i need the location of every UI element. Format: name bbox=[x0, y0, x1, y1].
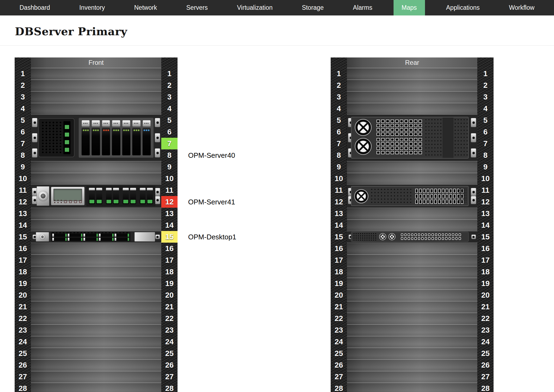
drive[interactable] bbox=[52, 234, 67, 237]
nav-item-workflow[interactable]: Workflow bbox=[501, 0, 543, 15]
nav-item-storage[interactable]: Storage bbox=[294, 0, 332, 15]
rack-slot bbox=[347, 313, 477, 324]
port bbox=[427, 194, 429, 198]
port bbox=[418, 138, 422, 141]
unit-number: 26 bbox=[334, 361, 343, 369]
blade-server[interactable] bbox=[82, 120, 90, 155]
port bbox=[404, 133, 408, 136]
power-knob[interactable] bbox=[40, 234, 46, 240]
nav-item-servers[interactable]: Servers bbox=[178, 0, 216, 15]
unit-number-cell: 2 bbox=[15, 79, 31, 91]
port bbox=[453, 194, 456, 198]
port bbox=[376, 142, 380, 146]
drive[interactable] bbox=[115, 238, 129, 241]
rack-slot bbox=[347, 301, 477, 313]
unit-number: 9 bbox=[483, 163, 488, 171]
blade-server[interactable] bbox=[102, 120, 110, 155]
unit-number: 5 bbox=[21, 116, 25, 125]
drive[interactable] bbox=[106, 188, 112, 204]
port bbox=[418, 142, 422, 146]
device-opm-server40-front[interactable] bbox=[31, 115, 161, 161]
device-opm-server41-rear[interactable] bbox=[347, 185, 477, 207]
blade-server[interactable] bbox=[132, 120, 140, 155]
unit-number: 4 bbox=[337, 104, 341, 113]
drive[interactable] bbox=[83, 234, 98, 237]
nav-item-maps[interactable]: Maps bbox=[394, 0, 425, 15]
unit-number-cell: 21 bbox=[161, 301, 178, 313]
blade-server[interactable] bbox=[143, 120, 151, 155]
blade-body bbox=[112, 128, 120, 155]
blade-led bbox=[108, 130, 109, 131]
drive[interactable] bbox=[147, 188, 153, 204]
drive[interactable] bbox=[123, 188, 129, 204]
device-label[interactable]: OPM-Server41 bbox=[188, 198, 269, 206]
nav-item-dashboard[interactable]: Dashboard bbox=[11, 0, 58, 15]
drive[interactable] bbox=[130, 188, 136, 204]
drive-led bbox=[97, 200, 102, 203]
drive[interactable] bbox=[68, 238, 82, 241]
drive[interactable] bbox=[99, 238, 113, 241]
port bbox=[381, 138, 385, 141]
nav-item-inventory[interactable]: Inventory bbox=[71, 0, 113, 15]
unit-number: 3 bbox=[337, 93, 341, 101]
port bbox=[445, 237, 447, 240]
lcd-button[interactable] bbox=[79, 200, 82, 203]
blade-server[interactable] bbox=[122, 120, 130, 155]
unit-number-cell: 1 bbox=[15, 68, 31, 79]
device-opm-desktop1-front[interactable] bbox=[31, 231, 161, 242]
port bbox=[419, 200, 422, 204]
title-divider bbox=[0, 45, 554, 46]
mount-ear bbox=[155, 188, 160, 196]
unit-number-cell: 6 bbox=[331, 126, 347, 138]
port bbox=[376, 151, 380, 154]
nav-item-virtualization[interactable]: Virtualization bbox=[229, 0, 281, 15]
rack-slot bbox=[31, 161, 161, 173]
port bbox=[414, 120, 417, 123]
drive[interactable] bbox=[99, 234, 113, 237]
drive[interactable] bbox=[113, 188, 119, 204]
power-knob[interactable] bbox=[38, 191, 49, 201]
rack-slot bbox=[347, 103, 477, 114]
mount-ear bbox=[32, 118, 37, 127]
drive-body bbox=[96, 191, 102, 204]
device-opm-server40-rear[interactable] bbox=[347, 115, 477, 161]
port bbox=[415, 189, 418, 193]
nav-item-applications[interactable]: Applications bbox=[438, 0, 488, 15]
device-opm-desktop1-rear[interactable] bbox=[347, 231, 477, 242]
drive[interactable] bbox=[140, 188, 146, 204]
drive[interactable] bbox=[52, 238, 67, 241]
screw-icon bbox=[156, 121, 159, 124]
drive[interactable] bbox=[68, 234, 82, 237]
lcd-button[interactable] bbox=[69, 200, 72, 203]
nav-item-alarms[interactable]: Alarms bbox=[345, 0, 381, 15]
unit-number-cell: 6 bbox=[477, 126, 494, 138]
nav-item-network[interactable]: Network bbox=[126, 0, 165, 15]
unit-number: 7 bbox=[167, 139, 172, 148]
drive[interactable] bbox=[83, 238, 98, 241]
blade-server[interactable] bbox=[92, 120, 100, 155]
port bbox=[376, 138, 380, 141]
drive[interactable] bbox=[115, 234, 129, 237]
unit-number: 27 bbox=[18, 372, 27, 381]
unit-number-cell: 27 bbox=[161, 371, 178, 383]
unit-number-cell: 20 bbox=[477, 289, 494, 301]
lcd-button[interactable] bbox=[64, 200, 67, 203]
device-label[interactable]: OPM-Server40 bbox=[188, 151, 269, 160]
drive-led bbox=[123, 200, 128, 203]
unit-number: 26 bbox=[18, 361, 27, 369]
drive[interactable] bbox=[96, 188, 102, 204]
unit-number-cell: 11 bbox=[161, 184, 178, 196]
port bbox=[381, 120, 385, 123]
unit-number: 27 bbox=[165, 372, 173, 381]
blade-server[interactable] bbox=[112, 120, 120, 155]
lcd-button[interactable] bbox=[74, 200, 77, 203]
unit-number: 4 bbox=[21, 104, 25, 113]
unit-number-cell: 5 bbox=[331, 114, 347, 126]
drive-body bbox=[106, 191, 112, 204]
port bbox=[449, 200, 452, 204]
rack-slot bbox=[31, 348, 161, 359]
unit-number: 21 bbox=[18, 303, 27, 311]
device-label[interactable]: OPM-Desktop1 bbox=[188, 233, 269, 241]
device-opm-server41-front[interactable] bbox=[31, 185, 161, 207]
drive[interactable] bbox=[89, 188, 95, 204]
